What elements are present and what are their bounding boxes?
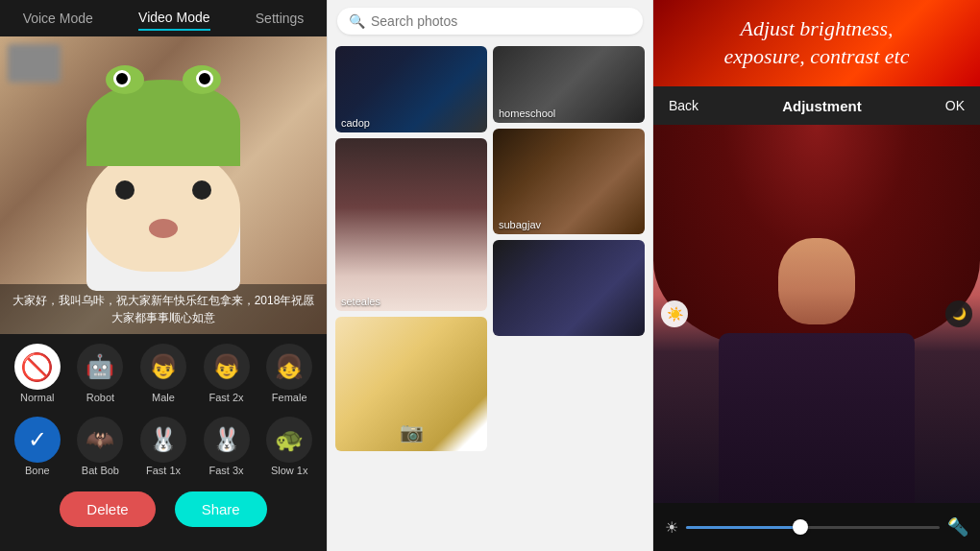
dog-nose xyxy=(149,219,178,238)
adjustment-title: Adjustment xyxy=(782,98,862,114)
ok-button[interactable]: OK xyxy=(945,98,965,113)
back-button[interactable]: Back xyxy=(669,98,698,113)
filter-bone[interactable]: ✓ Bone xyxy=(10,417,65,476)
photo-label-subagjav: subagjav xyxy=(499,219,541,230)
filter-female[interactable]: 👧 Female xyxy=(261,344,317,403)
photo-label-seteales: seteales xyxy=(341,296,380,307)
filter-fast1x[interactable]: 🐰 Fast 1x xyxy=(135,417,191,476)
share-button[interactable]: Share xyxy=(175,491,267,527)
fast1x-icon: 🐰 xyxy=(149,426,178,453)
frog-eye-right xyxy=(196,70,213,87)
woman-face xyxy=(778,238,855,324)
tab-settings[interactable]: Settings xyxy=(256,11,305,30)
photo-coffee[interactable]: subagjav xyxy=(493,129,645,234)
adjustment-toolbar: Back Adjustment OK xyxy=(653,86,980,125)
photo-label-homeschool: homeschool xyxy=(499,108,555,119)
adjust-hero: Adjust brightness, exposure, contrast et… xyxy=(653,0,980,86)
photos-col-2: homeschool subagjav xyxy=(493,46,645,503)
subtitle-overlay: 大家好，我叫乌咔，祝大家新年快乐红包拿来，2018年祝愿大家都事事顺心如意 xyxy=(0,284,327,334)
dog-body xyxy=(77,80,250,291)
filter-male[interactable]: 👦 Male xyxy=(135,344,191,403)
photos-col-1: cadop seteales 📷 xyxy=(335,46,487,503)
adjustment-slider-fill xyxy=(686,526,800,529)
photo-bottles[interactable] xyxy=(493,240,645,336)
camera-icon: 📷 xyxy=(400,420,424,443)
filter-row-1: 🚫 Normal 🤖 Robot 👦 Male 👦 Fast 2x 👧 xyxy=(0,334,327,407)
action-row: Delete Share xyxy=(0,480,327,540)
panel-adjustment: Adjust brightness, exposure, contrast et… xyxy=(653,0,980,551)
bone-check-icon: ✓ xyxy=(28,426,47,453)
frog-hat xyxy=(86,80,240,166)
filter-slow1x[interactable]: 🐢 Slow 1x xyxy=(261,417,317,476)
filter-fast3x[interactable]: 🐰 Fast 3x xyxy=(199,417,255,476)
contrast-slider-right[interactable]: 🌙 xyxy=(945,300,972,327)
photo-label-cadop: cadop xyxy=(341,117,370,129)
adjust-title-line1: Adjust brightness, xyxy=(741,15,894,43)
adjustment-slider-thumb[interactable] xyxy=(793,519,808,535)
robot-icon: 🤖 xyxy=(86,353,114,380)
delete-button[interactable]: Delete xyxy=(60,491,155,527)
filter-robot[interactable]: 🤖 Robot xyxy=(72,344,128,403)
tab-voice-mode[interactable]: Voice Mode xyxy=(23,11,93,30)
search-icon: 🔍 xyxy=(349,13,365,29)
dog-eye-left xyxy=(115,180,135,200)
male-icon: 👦 xyxy=(149,353,178,380)
filter-fast2x[interactable]: 👦 Fast 2x xyxy=(199,344,255,403)
sun-icon: ☀️ xyxy=(667,306,683,322)
search-input[interactable] xyxy=(371,13,631,29)
fast3x-icon: 🐰 xyxy=(212,426,241,453)
filter-row-2: ✓ Bone 🦇 Bat Bob 🐰 Fast 1x 🐰 Fast 3x 🐢 xyxy=(0,407,327,480)
fast2x-icon: 👦 xyxy=(212,353,241,380)
frog-eye-left xyxy=(113,70,131,87)
no-icon: 🚫 xyxy=(20,351,54,383)
photo-camera[interactable]: 📷 xyxy=(335,317,487,451)
photos-grid: cadop seteales 📷 homeschool subagjav xyxy=(328,42,652,551)
slow1x-icon: 🐢 xyxy=(275,426,304,453)
brightness-slider-left[interactable]: ☀️ xyxy=(661,300,688,327)
photo-electronics[interactable]: cadop xyxy=(335,46,487,132)
exposure-icon-left: ☀ xyxy=(665,518,678,537)
blurred-face-overlay xyxy=(8,44,61,83)
adjustment-image-area: ☀️ 🌙 xyxy=(653,125,980,503)
woman-body xyxy=(719,333,915,503)
adjust-title-line2: exposure, contrast etc xyxy=(724,43,910,71)
filter-normal[interactable]: 🚫 Normal xyxy=(10,344,65,403)
female-icon: 👧 xyxy=(275,353,304,380)
adjustment-slider-track[interactable] xyxy=(686,526,940,529)
panel-search-photos: 🔍 cadop seteales 📷 homeschool subagjav xyxy=(327,0,653,551)
tab-video-mode[interactable]: Video Mode xyxy=(138,10,209,31)
adjustment-bottom-bar: ☀ 🔦 xyxy=(653,503,980,551)
search-bar[interactable]: 🔍 xyxy=(337,8,643,35)
photo-woman[interactable]: seteales xyxy=(335,138,487,311)
video-preview: 大家好，我叫乌咔，祝大家新年快乐红包拿来，2018年祝愿大家都事事顺心如意 xyxy=(0,36,327,334)
filter-batbob[interactable]: 🦇 Bat Bob xyxy=(72,417,128,476)
panel-voice-video: Voice Mode Video Mode Settings xyxy=(0,0,327,551)
dog-eye-right xyxy=(192,180,211,200)
tab-bar: Voice Mode Video Mode Settings xyxy=(0,0,327,36)
moon-icon: 🌙 xyxy=(952,307,967,321)
photo-robot[interactable]: homeschool xyxy=(493,46,645,123)
exposure-icon-right: 🔦 xyxy=(947,516,968,538)
batbob-icon: 🦇 xyxy=(86,426,114,453)
woman-photo xyxy=(653,125,980,503)
